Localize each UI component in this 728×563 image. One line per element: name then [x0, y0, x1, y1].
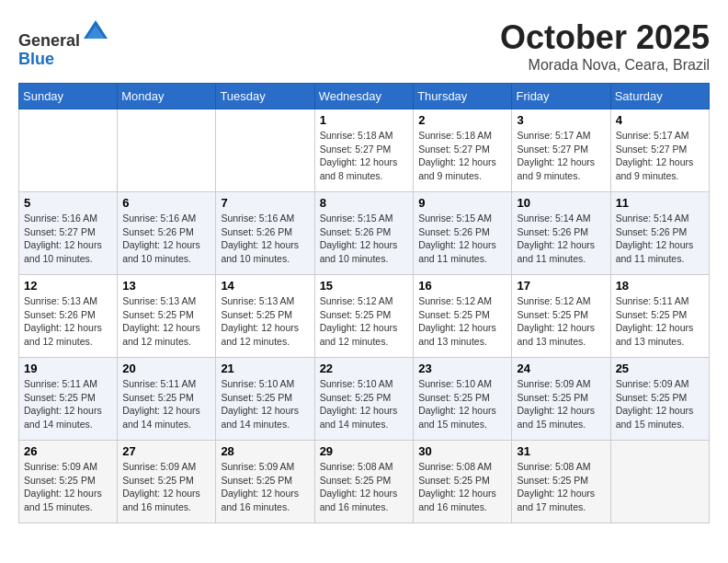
calendar-cell [610, 441, 709, 523]
day-number: 14 [221, 279, 309, 293]
calendar-cell: 22Sunrise: 5:10 AMSunset: 5:25 PMDayligh… [314, 358, 414, 441]
day-number: 2 [418, 113, 506, 127]
logo-icon [82, 18, 109, 46]
day-info: Sunrise: 5:09 AMSunset: 5:25 PMDaylight:… [517, 377, 605, 431]
weekday-header-row: SundayMondayTuesdayWednesdayThursdayFrid… [19, 84, 710, 109]
day-info: Sunrise: 5:14 AMSunset: 5:26 PMDaylight:… [616, 212, 704, 266]
day-info: Sunrise: 5:09 AMSunset: 5:25 PMDaylight:… [24, 460, 112, 514]
day-number: 24 [517, 362, 605, 375]
day-number: 15 [320, 279, 409, 293]
day-number: 10 [517, 196, 605, 210]
page-header: General Blue October 2025 Morada Nova, C… [18, 18, 710, 74]
day-number: 23 [418, 362, 506, 375]
day-number: 11 [616, 196, 704, 210]
day-info: Sunrise: 5:18 AMSunset: 5:27 PMDaylight:… [418, 129, 506, 183]
logo-text: General Blue [18, 18, 109, 69]
weekday-header-thursday: Thursday [414, 84, 512, 109]
day-info: Sunrise: 5:16 AMSunset: 5:26 PMDaylight:… [221, 212, 309, 266]
day-info: Sunrise: 5:17 AMSunset: 5:27 PMDaylight:… [517, 129, 605, 183]
day-number: 22 [320, 362, 409, 375]
day-info: Sunrise: 5:08 AMSunset: 5:25 PMDaylight:… [517, 460, 605, 514]
logo-general: General [18, 31, 80, 50]
day-number: 17 [517, 279, 605, 293]
calendar-cell: 18Sunrise: 5:11 AMSunset: 5:25 PMDayligh… [610, 275, 709, 358]
title-block: October 2025 Morada Nova, Ceara, Brazil [500, 18, 710, 74]
calendar-week-5: 26Sunrise: 5:09 AMSunset: 5:25 PMDayligh… [19, 441, 710, 523]
calendar-cell: 12Sunrise: 5:13 AMSunset: 5:26 PMDayligh… [19, 275, 118, 358]
day-info: Sunrise: 5:10 AMSunset: 5:25 PMDaylight:… [221, 377, 309, 431]
calendar-cell: 14Sunrise: 5:13 AMSunset: 5:25 PMDayligh… [216, 275, 314, 358]
calendar-cell: 30Sunrise: 5:08 AMSunset: 5:25 PMDayligh… [414, 441, 512, 523]
calendar-cell [118, 109, 216, 192]
day-info: Sunrise: 5:09 AMSunset: 5:25 PMDaylight:… [616, 377, 704, 431]
calendar-cell: 7Sunrise: 5:16 AMSunset: 5:26 PMDaylight… [216, 192, 314, 275]
day-number: 6 [122, 196, 210, 210]
day-number: 28 [221, 444, 309, 458]
day-number: 3 [517, 113, 605, 127]
calendar-cell: 21Sunrise: 5:10 AMSunset: 5:25 PMDayligh… [216, 358, 314, 441]
day-number: 30 [418, 444, 506, 458]
day-number: 16 [418, 279, 506, 293]
logo: General Blue [18, 18, 109, 69]
day-number: 18 [616, 279, 704, 293]
calendar-week-2: 5Sunrise: 5:16 AMSunset: 5:27 PMDaylight… [19, 192, 710, 275]
calendar-cell: 28Sunrise: 5:09 AMSunset: 5:25 PMDayligh… [216, 441, 314, 523]
weekday-header-saturday: Saturday [610, 84, 709, 109]
day-info: Sunrise: 5:12 AMSunset: 5:25 PMDaylight:… [418, 294, 506, 349]
day-number: 26 [24, 444, 112, 458]
day-info: Sunrise: 5:12 AMSunset: 5:25 PMDaylight:… [320, 294, 409, 349]
calendar-cell: 16Sunrise: 5:12 AMSunset: 5:25 PMDayligh… [414, 275, 512, 358]
calendar-table: SundayMondayTuesdayWednesdayThursdayFrid… [18, 83, 710, 523]
logo-blue: Blue [18, 50, 54, 68]
calendar-cell: 17Sunrise: 5:12 AMSunset: 5:25 PMDayligh… [512, 275, 610, 358]
day-info: Sunrise: 5:10 AMSunset: 5:25 PMDaylight:… [320, 377, 409, 431]
day-info: Sunrise: 5:11 AMSunset: 5:25 PMDaylight:… [122, 377, 210, 431]
month-title: October 2025 [500, 18, 710, 57]
day-number: 9 [418, 196, 506, 210]
day-number: 5 [24, 196, 112, 210]
day-number: 19 [24, 362, 112, 375]
calendar-cell: 19Sunrise: 5:11 AMSunset: 5:25 PMDayligh… [19, 358, 118, 441]
calendar-cell [216, 109, 314, 192]
weekday-header-monday: Monday [118, 84, 216, 109]
day-number: 31 [517, 444, 605, 458]
calendar-cell: 25Sunrise: 5:09 AMSunset: 5:25 PMDayligh… [610, 358, 709, 441]
day-info: Sunrise: 5:08 AMSunset: 5:25 PMDaylight:… [320, 460, 409, 514]
calendar-cell: 10Sunrise: 5:14 AMSunset: 5:26 PMDayligh… [512, 192, 610, 275]
day-number: 21 [221, 362, 309, 375]
calendar-cell: 2Sunrise: 5:18 AMSunset: 5:27 PMDaylight… [414, 109, 512, 192]
calendar-week-3: 12Sunrise: 5:13 AMSunset: 5:26 PMDayligh… [19, 275, 710, 358]
calendar-week-1: 1Sunrise: 5:18 AMSunset: 5:27 PMDaylight… [19, 109, 710, 192]
day-info: Sunrise: 5:12 AMSunset: 5:25 PMDaylight:… [517, 294, 605, 349]
day-info: Sunrise: 5:09 AMSunset: 5:25 PMDaylight:… [122, 460, 210, 514]
day-number: 8 [320, 196, 409, 210]
day-number: 4 [616, 113, 704, 127]
calendar-cell: 9Sunrise: 5:15 AMSunset: 5:26 PMDaylight… [414, 192, 512, 275]
day-info: Sunrise: 5:17 AMSunset: 5:27 PMDaylight:… [616, 129, 704, 183]
day-info: Sunrise: 5:11 AMSunset: 5:25 PMDaylight:… [616, 294, 704, 349]
day-info: Sunrise: 5:13 AMSunset: 5:26 PMDaylight:… [24, 294, 112, 349]
day-info: Sunrise: 5:14 AMSunset: 5:26 PMDaylight:… [517, 212, 605, 266]
calendar-cell: 6Sunrise: 5:16 AMSunset: 5:26 PMDaylight… [118, 192, 216, 275]
weekday-header-sunday: Sunday [19, 84, 118, 109]
calendar-cell: 1Sunrise: 5:18 AMSunset: 5:27 PMDaylight… [314, 109, 414, 192]
calendar-cell: 23Sunrise: 5:10 AMSunset: 5:25 PMDayligh… [414, 358, 512, 441]
day-number: 12 [24, 279, 112, 293]
location-subtitle: Morada Nova, Ceara, Brazil [500, 57, 710, 74]
day-number: 25 [616, 362, 704, 375]
day-info: Sunrise: 5:13 AMSunset: 5:25 PMDaylight:… [122, 294, 210, 349]
day-number: 13 [122, 279, 210, 293]
day-number: 20 [122, 362, 210, 375]
day-number: 1 [320, 113, 409, 127]
day-info: Sunrise: 5:15 AMSunset: 5:26 PMDaylight:… [418, 212, 506, 266]
day-number: 27 [122, 444, 210, 458]
weekday-header-friday: Friday [512, 84, 610, 109]
day-number: 7 [221, 196, 309, 210]
day-info: Sunrise: 5:13 AMSunset: 5:25 PMDaylight:… [221, 294, 309, 349]
weekday-header-wednesday: Wednesday [314, 84, 414, 109]
calendar-cell: 27Sunrise: 5:09 AMSunset: 5:25 PMDayligh… [118, 441, 216, 523]
calendar-cell: 20Sunrise: 5:11 AMSunset: 5:25 PMDayligh… [118, 358, 216, 441]
day-number: 29 [320, 444, 409, 458]
calendar-cell: 15Sunrise: 5:12 AMSunset: 5:25 PMDayligh… [314, 275, 414, 358]
calendar-week-4: 19Sunrise: 5:11 AMSunset: 5:25 PMDayligh… [19, 358, 710, 441]
